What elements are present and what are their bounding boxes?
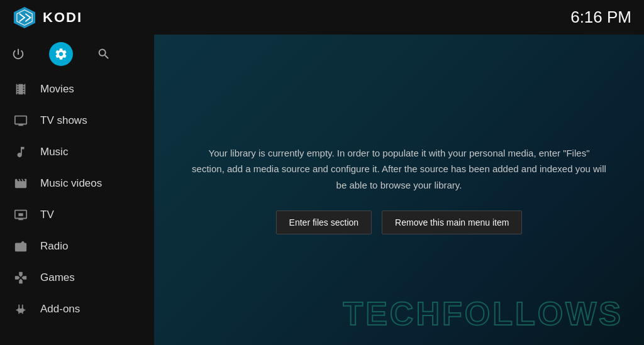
clock: 6:16 PM	[570, 8, 631, 27]
settings-button[interactable]	[49, 42, 73, 66]
sidebar-item-music[interactable]: Music	[0, 136, 154, 168]
settings-icon	[54, 47, 68, 61]
movies-label: Movies	[40, 83, 74, 96]
sidebar: Movies TV shows Music Music videos	[0, 35, 154, 345]
tv-shows-icon	[13, 112, 29, 129]
svg-rect-6	[18, 213, 23, 216]
tv-shows-label: TV shows	[40, 114, 87, 127]
sidebar-item-games[interactable]: Games	[0, 262, 154, 293]
main-layout: Movies TV shows Music Music videos	[0, 35, 644, 345]
sidebar-item-movies[interactable]: Movies	[0, 74, 154, 105]
music-icon	[13, 144, 29, 160]
music-label: Music	[40, 146, 68, 158]
search-icon	[97, 47, 111, 61]
power-icon	[11, 47, 25, 61]
sidebar-icons	[0, 35, 154, 74]
music-videos-icon	[13, 175, 29, 192]
sidebar-nav: Movies TV shows Music Music videos	[0, 74, 154, 325]
content-area: Your library is currently empty. In orde…	[154, 35, 644, 345]
header-left: KODI	[13, 6, 82, 30]
header: KODI 6:16 PM	[0, 0, 644, 35]
tv-icon	[13, 207, 29, 223]
games-label: Games	[40, 271, 75, 284]
music-videos-label: Music videos	[40, 177, 102, 190]
empty-library-message: Your library is currently empty. In orde…	[179, 145, 619, 194]
add-ons-icon	[13, 301, 29, 317]
enter-files-section-button[interactable]: Enter files section	[276, 211, 372, 234]
movies-icon	[13, 81, 29, 97]
radio-label: Radio	[40, 240, 68, 253]
games-icon	[13, 270, 29, 286]
kodi-logo-icon	[13, 6, 36, 30]
sidebar-item-music-videos[interactable]: Music videos	[0, 168, 154, 199]
add-ons-label: Add-ons	[40, 303, 80, 315]
remove-menu-item-button[interactable]: Remove this main menu item	[382, 211, 522, 234]
time-display: 6:16 PM	[570, 8, 631, 26]
search-button[interactable]	[92, 42, 116, 66]
tv-label: TV	[40, 209, 54, 221]
sidebar-item-tv-shows[interactable]: TV shows	[0, 105, 154, 136]
watermark-text: TECHFOLLOWS	[343, 295, 623, 332]
content-buttons: Enter files section Remove this main men…	[276, 211, 523, 234]
sidebar-item-radio[interactable]: Radio	[0, 231, 154, 262]
sidebar-item-tv[interactable]: TV	[0, 199, 154, 231]
radio-icon	[13, 238, 29, 255]
power-button[interactable]	[6, 42, 30, 66]
sidebar-item-add-ons[interactable]: Add-ons	[0, 293, 154, 325]
app-title: KODI	[43, 9, 82, 26]
